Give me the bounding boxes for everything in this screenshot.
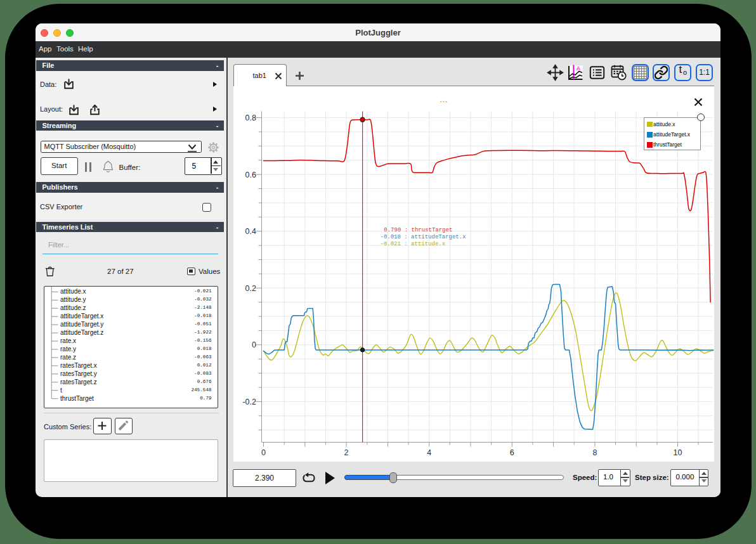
- svg-text:0: 0: [252, 340, 256, 349]
- svg-text:-0.018 : attitudeTarget.x: -0.018 : attitudeTarget.x: [380, 234, 466, 240]
- svg-text:0.790 : thrustTarget: 0.790 : thrustTarget: [384, 226, 452, 233]
- svg-text:10: 10: [673, 448, 682, 457]
- svg-text:-0.2: -0.2: [242, 397, 256, 406]
- svg-text:0: 0: [261, 448, 266, 457]
- svg-text:0.6: 0.6: [245, 170, 256, 179]
- svg-text:-0.021 : attitude.x: -0.021 : attitude.x: [380, 241, 445, 247]
- svg-text:6: 6: [509, 448, 514, 457]
- svg-text:0.4: 0.4: [245, 227, 256, 236]
- svg-text:8: 8: [592, 448, 597, 457]
- svg-text:4: 4: [427, 448, 431, 457]
- svg-text:0.8: 0.8: [245, 113, 256, 122]
- svg-text:2: 2: [344, 448, 348, 457]
- svg-text:0.2: 0.2: [245, 283, 256, 292]
- svg-text:A: A: [577, 65, 581, 72]
